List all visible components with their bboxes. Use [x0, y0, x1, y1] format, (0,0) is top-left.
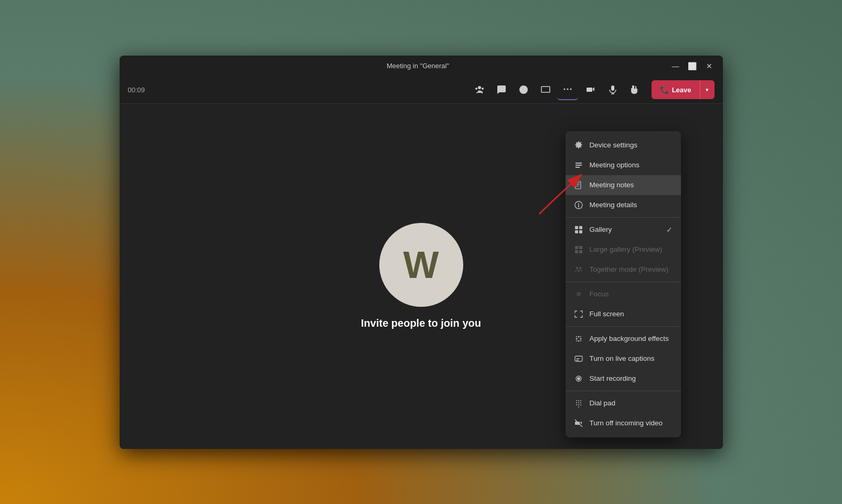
reactions-icon [518, 84, 529, 95]
svg-point-40 [578, 406, 579, 408]
people-icon [474, 84, 485, 95]
menu-item-meeting-options[interactable]: Meeting options [566, 155, 681, 175]
menu-section-1: Device settings Meeting options [566, 133, 681, 218]
people-button[interactable] [469, 79, 490, 100]
svg-point-27 [580, 340, 581, 341]
svg-point-25 [580, 336, 581, 337]
svg-point-22 [580, 338, 581, 339]
gallery-check: ✓ [666, 226, 673, 234]
svg-point-23 [578, 340, 579, 341]
menu-section-5: Dial pad Turn off incoming video [566, 391, 681, 435]
svg-rect-12 [575, 246, 578, 249]
raise-hand-button[interactable] [624, 79, 645, 100]
svg-point-3 [570, 89, 571, 90]
mic-button[interactable] [602, 79, 623, 100]
call-timer: 00:09 [128, 86, 145, 94]
app-window: Meeting in "General" — ⬜ ✕ 00:09 [120, 56, 723, 449]
menu-item-meeting-details[interactable]: Meeting details [566, 195, 681, 215]
menu-item-together-mode: Together mode (Preview) [566, 260, 681, 280]
menu-item-live-captions[interactable]: Turn on live captions [566, 349, 681, 369]
svg-rect-11 [579, 230, 582, 233]
maximize-button[interactable]: ⬜ [685, 59, 700, 73]
svg-rect-10 [575, 230, 578, 233]
meeting-details-icon [574, 200, 583, 210]
svg-point-20 [578, 336, 579, 337]
avatar: W [379, 223, 463, 307]
svg-point-24 [576, 336, 577, 337]
mic-icon [607, 84, 618, 95]
svg-point-2 [567, 89, 568, 90]
meeting-options-icon [574, 160, 583, 170]
svg-rect-6 [575, 181, 581, 189]
svg-point-1 [563, 89, 565, 90]
close-button[interactable]: ✕ [702, 59, 717, 73]
toolbar-right-group [580, 79, 645, 100]
menu-item-full-screen[interactable]: Full screen [566, 304, 681, 324]
share-screen-button[interactable] [535, 79, 556, 100]
svg-point-38 [578, 404, 579, 405]
svg-point-37 [576, 404, 577, 405]
menu-item-background-effects[interactable]: Apply background effects [566, 329, 681, 349]
background-effects-icon [574, 334, 583, 344]
svg-rect-9 [579, 226, 582, 229]
meeting-notes-icon [574, 180, 583, 190]
svg-point-39 [580, 404, 581, 405]
minimize-button[interactable]: — [668, 59, 683, 73]
svg-point-16 [576, 267, 578, 269]
raise-hand-icon [630, 84, 640, 95]
menu-item-focus: Focus [566, 284, 681, 304]
svg-point-32 [578, 400, 579, 401]
dial-pad-icon [574, 399, 583, 408]
title-bar: Meeting in "General" — ⬜ ✕ [120, 56, 723, 77]
leave-group: 📞 Leave ▾ [652, 80, 715, 99]
menu-item-device-settings[interactable]: Device settings [566, 135, 681, 155]
svg-point-30 [577, 377, 580, 380]
window-controls: — ⬜ ✕ [668, 59, 717, 73]
svg-point-35 [578, 402, 579, 403]
leave-button[interactable]: 📞 Leave [652, 80, 700, 99]
menu-item-dial-pad[interactable]: Dial pad [566, 393, 681, 413]
menu-item-meeting-notes[interactable]: Meeting notes [566, 175, 681, 195]
share-screen-icon [540, 84, 551, 95]
toolbar: 00:09 [120, 77, 723, 104]
reactions-button[interactable] [513, 79, 534, 100]
together-mode-icon [574, 265, 583, 274]
svg-rect-0 [541, 87, 550, 92]
focus-icon [574, 289, 583, 299]
svg-rect-8 [575, 226, 578, 229]
menu-item-gallery[interactable]: Gallery ✓ [566, 220, 681, 240]
svg-rect-13 [579, 246, 582, 249]
leave-dropdown-button[interactable]: ▾ [700, 80, 715, 99]
video-icon [585, 84, 596, 95]
svg-point-19 [578, 294, 579, 295]
svg-point-26 [576, 340, 577, 341]
chat-icon [496, 84, 507, 95]
menu-item-start-recording[interactable]: Start recording [566, 369, 681, 389]
menu-item-turn-off-video[interactable]: Turn off incoming video [566, 413, 681, 433]
svg-point-34 [576, 402, 577, 403]
svg-point-21 [575, 338, 577, 339]
window-title: Meeting in "General" [168, 62, 668, 70]
more-options-button[interactable] [557, 79, 578, 100]
toolbar-left-group [469, 79, 578, 100]
main-content: W Invite people to join you [120, 104, 723, 449]
invite-text: Invite people to join you [361, 317, 481, 329]
svg-rect-4 [611, 85, 614, 91]
menu-section-4: Apply background effects Turn on live ca… [566, 327, 681, 391]
dropdown-menu: Device settings Meeting options [566, 131, 681, 437]
more-icon [562, 84, 573, 94]
svg-rect-15 [579, 250, 582, 253]
chat-button[interactable] [491, 79, 512, 100]
svg-point-36 [580, 402, 581, 403]
menu-item-large-gallery: Large gallery (Preview) [566, 240, 681, 260]
live-captions-icon [574, 354, 583, 363]
svg-point-17 [579, 267, 581, 269]
svg-point-31 [576, 400, 577, 401]
menu-section-2: Gallery ✓ Large gallery (Preview) [566, 218, 681, 282]
gallery-icon [574, 225, 583, 234]
full-screen-icon [574, 309, 583, 319]
menu-section-3: Focus Full screen [566, 282, 681, 327]
svg-point-33 [580, 400, 581, 401]
video-button[interactable] [580, 79, 601, 100]
start-recording-icon [574, 374, 583, 383]
